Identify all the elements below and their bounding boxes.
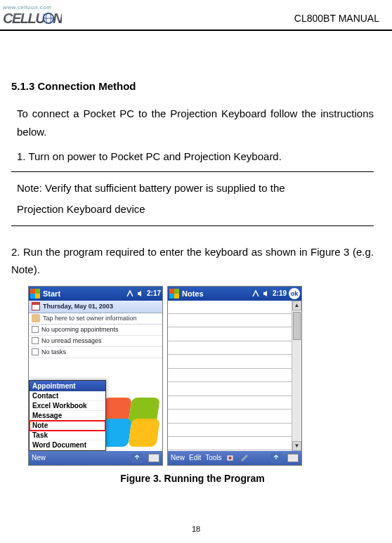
owner-text: Tap here to set owner information [43,315,137,322]
brand-url: www.celluon.com [3,4,51,11]
command-bar: New [29,451,162,465]
intro-paragraph: To connect a Pocket PC to the Projection… [11,105,374,140]
today-row-text: No upcoming appointments [41,326,119,333]
clock-time: 2:17 [147,289,161,297]
speaker-icon [136,289,145,298]
connectivity-icon [251,289,260,298]
figure-row: Start 2:17 Thursday, May 01, 2003 Tap he… [28,286,374,466]
brand-block: www.celluon.com CELLU N [3,4,62,27]
screen-body: ▲ ▼ [168,301,301,451]
speaker-icon [262,289,270,298]
windows-flag-icon [30,289,40,299]
document-title: CL800BT MANUAL [294,13,379,27]
popup-item-message[interactable]: Message [30,411,105,421]
new-item-popup: Appointment Contact Excel Workbook Messa… [29,380,106,451]
page-header: www.celluon.com CELLU N CL800BT MANUAL [0,0,392,31]
scroll-down-button[interactable]: ▼ [292,441,301,451]
clock-time: 2:19 [273,289,287,297]
sip-keyboard-icon[interactable] [148,454,159,462]
page-number: 18 [0,525,392,533]
connectivity-icon [126,289,134,298]
sync-icon[interactable] [270,453,282,463]
pen-mode-icon[interactable] [240,454,250,462]
messages-icon [32,337,39,344]
note-line-2: Projection Keyboard device [17,199,374,220]
svg-point-4 [228,457,231,459]
screen-body: Thursday, May 01, 2003 Tap here to set o… [29,301,162,451]
page-content: 5.1.3 Connection Method To connect a Poc… [0,31,392,484]
today-row[interactable]: No tasks [29,347,162,358]
windows-background-icon [102,398,158,447]
today-row-text: No tasks [41,348,66,355]
today-row-text: No unread messages [41,337,102,344]
record-icon[interactable] [226,454,236,462]
edit-button[interactable]: Edit [189,454,201,462]
pocketpc-screenshot-notes: Notes 2:19 ok ▲ [167,286,302,466]
new-button[interactable]: New [171,454,185,462]
date-text: Thursday, May 01, 2003 [43,303,113,310]
date-band: Thursday, May 01, 2003 [29,301,162,313]
popup-item-word[interactable]: Word Document [30,440,105,450]
titlebar: Notes 2:19 ok [168,287,301,301]
scroll-up-button[interactable]: ▲ [292,301,301,310]
owner-icon [32,314,40,322]
pocketpc-screenshot-start: Start 2:17 Thursday, May 01, 2003 Tap he… [28,286,163,466]
titlebar-title: Start [43,289,123,298]
owner-info-row[interactable]: Tap here to set owner information [29,313,162,325]
sip-keyboard-icon[interactable] [287,454,299,462]
brand-globe-icon [42,12,55,25]
tools-button[interactable]: Tools [205,454,221,462]
note-writing-area[interactable] [168,301,292,451]
status-area: 2:17 [126,289,161,298]
appointments-icon [32,326,39,333]
windows-flag-icon [169,289,179,299]
popup-header: Appointment [30,381,105,391]
scroll-thumb[interactable] [293,312,301,340]
titlebar: Start 2:17 [29,287,162,301]
step-2: 2. Run the program required to enter the… [11,243,374,279]
note-box: Note: Verify that sufficient battery pow… [11,171,374,226]
scroll-track[interactable] [292,310,301,441]
figure-caption: Figure 3. Running the Program [11,473,374,484]
note-line-1: Note: Verify that sufficient battery pow… [17,178,374,199]
status-area: 2:19 ok [251,288,300,299]
tasks-icon [32,348,39,355]
sync-icon[interactable] [131,453,143,463]
command-bar: New Edit Tools [168,451,301,465]
step-1: 1. Turn on power to Pocket PC and Projec… [11,148,374,166]
brand-text-left: CELLU [3,11,44,27]
popup-item-excel[interactable]: Excel Workbook [30,401,105,411]
today-row[interactable]: No unread messages [29,336,162,347]
popup-item-contact[interactable]: Contact [30,391,105,401]
brand-logo: CELLU N [3,11,62,27]
titlebar-title: Notes [182,289,249,298]
calendar-icon [32,302,40,310]
vertical-scrollbar[interactable]: ▲ ▼ [292,301,301,451]
section-heading: 5.1.3 Connection Method [11,80,374,92]
ok-button[interactable]: ok [289,288,300,299]
popup-item-task[interactable]: Task [30,431,105,440]
popup-item-note[interactable]: Note [30,421,105,431]
today-row[interactable]: No upcoming appointments [29,325,162,336]
new-button[interactable]: New [32,454,46,462]
